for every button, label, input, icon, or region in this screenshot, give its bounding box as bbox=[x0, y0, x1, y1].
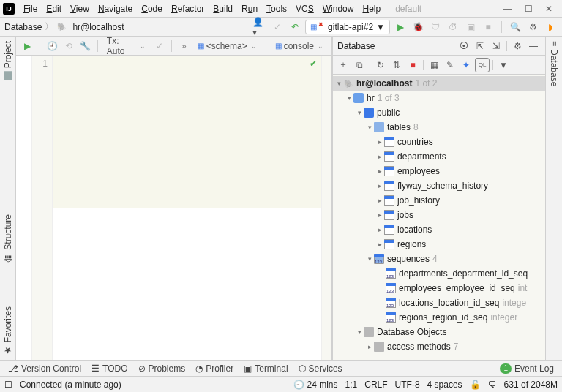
hide-panel-icon[interactable]: — bbox=[526, 39, 541, 53]
window-maximize-icon[interactable]: ☐ bbox=[518, 1, 539, 16]
status-indent[interactable]: 4 spaces bbox=[427, 380, 462, 390]
expand-all-icon[interactable]: ⇱ bbox=[473, 39, 487, 53]
chevron-right-icon[interactable]: ▸ bbox=[375, 153, 384, 160]
tab-event-log[interactable]: 1Event Log bbox=[496, 363, 558, 374]
tree-table[interactable]: ▸employees bbox=[333, 164, 545, 178]
sync-icon[interactable]: ⇅ bbox=[389, 58, 404, 72]
add-datasource-icon[interactable]: ＋ bbox=[336, 58, 351, 72]
database-tree[interactable]: ▾🐘hr@localhost1 of 2 ▾hr1 of 3 ▾public ▾… bbox=[333, 75, 545, 360]
profile-icon[interactable]: ⏱ bbox=[446, 20, 460, 34]
sidebar-tab-structure[interactable]: 🏛Structure bbox=[3, 214, 13, 263]
rollback-icon[interactable]: ⟲ bbox=[61, 39, 75, 53]
run-button[interactable]: ▶ bbox=[393, 20, 408, 34]
tree-table[interactable]: ▸regions bbox=[333, 237, 545, 252]
status-caret-pos[interactable]: 1:1 bbox=[345, 380, 358, 390]
stop-icon[interactable]: ■ bbox=[481, 20, 495, 34]
run-config-selector[interactable]: ▦✖ gitlab-api#2 ▼ bbox=[305, 20, 390, 34]
debug-button[interactable]: 🐞 bbox=[411, 20, 425, 34]
status-memory[interactable]: 631 of 2048M bbox=[504, 380, 558, 390]
menu-view[interactable]: View bbox=[66, 2, 94, 15]
tree-sequence[interactable]: employees_employee_id_seqint bbox=[333, 281, 545, 295]
breadcrumb-root[interactable]: Database bbox=[4, 22, 42, 32]
chevron-right-icon[interactable]: ▸ bbox=[375, 138, 384, 146]
status-encoding[interactable]: UTF-8 bbox=[395, 380, 420, 390]
tab-problems[interactable]: ⊘Problems bbox=[135, 363, 190, 374]
data-view-icon[interactable]: ▦ bbox=[427, 58, 441, 72]
scroll-to-source-icon[interactable]: ⦿ bbox=[457, 39, 471, 53]
menu-run[interactable]: Run bbox=[237, 2, 262, 15]
chevron-down-icon[interactable]: ▾ bbox=[334, 80, 343, 87]
tree-sequence[interactable]: departments_department_id_seq bbox=[333, 266, 545, 281]
tx-mode-selector[interactable]: Tx: Auto⌄ bbox=[103, 35, 149, 57]
menu-tools[interactable]: Tools bbox=[262, 2, 291, 15]
collapse-all-icon[interactable]: ⇲ bbox=[489, 39, 503, 53]
notifications-icon[interactable]: 🗨 bbox=[488, 380, 497, 390]
tree-table[interactable]: ▸jobs bbox=[333, 208, 545, 222]
chevron-down-icon[interactable]: ▾ bbox=[365, 124, 374, 131]
editor-body[interactable]: 1 ✔ bbox=[16, 56, 331, 360]
tree-sequence[interactable]: regions_region_id_seqinteger bbox=[333, 310, 545, 325]
menu-edit[interactable]: Edit bbox=[42, 2, 66, 15]
menu-code[interactable]: Code bbox=[137, 2, 167, 15]
menu-vcs[interactable]: VCS bbox=[291, 2, 318, 15]
tree-access-methods[interactable]: ▸access methods7 bbox=[333, 339, 545, 354]
ddl-icon[interactable]: QL bbox=[475, 58, 490, 72]
chevrons-icon[interactable]: » bbox=[177, 39, 191, 53]
user-icon[interactable]: 👤▾ bbox=[252, 20, 267, 34]
tree-table[interactable]: ▸flyway_schema_history bbox=[333, 178, 545, 193]
filter-icon[interactable]: ▼ bbox=[496, 58, 511, 72]
attach-icon[interactable]: ▣ bbox=[463, 20, 478, 34]
chevron-down-icon[interactable]: ▾ bbox=[355, 328, 364, 336]
chevron-right-icon[interactable]: ▸ bbox=[375, 167, 384, 175]
history-icon[interactable]: 🕘 bbox=[45, 39, 59, 53]
settings-icon[interactable]: ⚙ bbox=[525, 20, 540, 34]
tree-sequence[interactable]: locations_location_id_seqintege bbox=[333, 295, 545, 310]
console-selector[interactable]: ▦console⌄ bbox=[271, 40, 327, 52]
window-close-icon[interactable]: ✕ bbox=[539, 1, 559, 16]
tab-terminal[interactable]: ▣Terminal bbox=[240, 363, 291, 374]
chevron-down-icon[interactable]: ▾ bbox=[355, 109, 364, 116]
chevron-down-icon[interactable]: ▾ bbox=[345, 94, 353, 102]
menu-navigate[interactable]: Navigate bbox=[94, 2, 137, 15]
editor-current-line[interactable] bbox=[53, 56, 321, 208]
vcs-update-icon[interactable]: ✓ bbox=[270, 20, 285, 34]
chevron-right-icon[interactable]: ▸ bbox=[375, 226, 384, 233]
jb-toolbox-icon[interactable]: ◗ bbox=[543, 20, 558, 34]
schema-selector[interactable]: ▦<schema>⌄ bbox=[194, 40, 261, 52]
commit-icon[interactable]: ✓ bbox=[152, 39, 166, 53]
tab-profiler[interactable]: ◔Profiler bbox=[192, 363, 237, 374]
status-time[interactable]: 🕘 24 mins bbox=[293, 380, 337, 390]
panel-settings-icon[interactable]: ⚙ bbox=[510, 39, 525, 53]
menu-refactor[interactable]: Refactor bbox=[167, 2, 209, 15]
chevron-right-icon[interactable]: ▸ bbox=[375, 211, 384, 219]
editor-error-stripe[interactable] bbox=[321, 56, 331, 360]
tree-table[interactable]: ▸departments bbox=[333, 149, 545, 164]
chevron-right-icon[interactable]: ▸ bbox=[375, 241, 384, 248]
statusbar-toggle-icon[interactable]: ☐ bbox=[4, 380, 12, 390]
wrench-icon[interactable]: 🔧 bbox=[78, 39, 92, 53]
undo-icon[interactable]: ↶ bbox=[288, 20, 302, 34]
duplicate-icon[interactable]: ⧉ bbox=[352, 58, 367, 72]
chevron-right-icon[interactable]: ▸ bbox=[375, 182, 384, 189]
tree-sequences-group[interactable]: ▾sequences4 bbox=[333, 252, 545, 266]
execute-button[interactable]: ▶ bbox=[20, 39, 34, 53]
menu-help[interactable]: Help bbox=[358, 2, 385, 15]
chevron-right-icon[interactable]: ▸ bbox=[375, 197, 384, 204]
search-icon[interactable]: 🔍 bbox=[508, 20, 522, 34]
readonly-icon[interactable]: 🔓 bbox=[470, 380, 481, 390]
menu-window[interactable]: Window bbox=[318, 2, 359, 15]
jump-to-console-icon[interactable]: ✦ bbox=[459, 58, 473, 72]
chevron-down-icon[interactable]: ▾ bbox=[365, 255, 374, 263]
tree-table[interactable]: ▸countries bbox=[333, 135, 545, 149]
status-line-ending[interactable]: CRLF bbox=[364, 380, 387, 390]
tab-version-control[interactable]: ⎇Version Control bbox=[4, 363, 85, 374]
chevron-right-icon[interactable]: ▸ bbox=[365, 343, 374, 350]
sidebar-tab-project[interactable]: Project bbox=[3, 41, 13, 80]
coverage-icon[interactable]: 🛡 bbox=[428, 20, 443, 34]
breadcrumb-item[interactable]: hr@localhost bbox=[72, 22, 124, 32]
tree-table[interactable]: ▸job_history bbox=[333, 193, 545, 208]
tab-todo[interactable]: ☰TODO bbox=[88, 363, 131, 374]
window-minimize-icon[interactable]: — bbox=[498, 1, 518, 16]
tree-database[interactable]: ▾hr1 of 3 bbox=[333, 91, 545, 105]
tree-root-datasource[interactable]: ▾🐘hr@localhost1 of 2 bbox=[333, 76, 545, 91]
